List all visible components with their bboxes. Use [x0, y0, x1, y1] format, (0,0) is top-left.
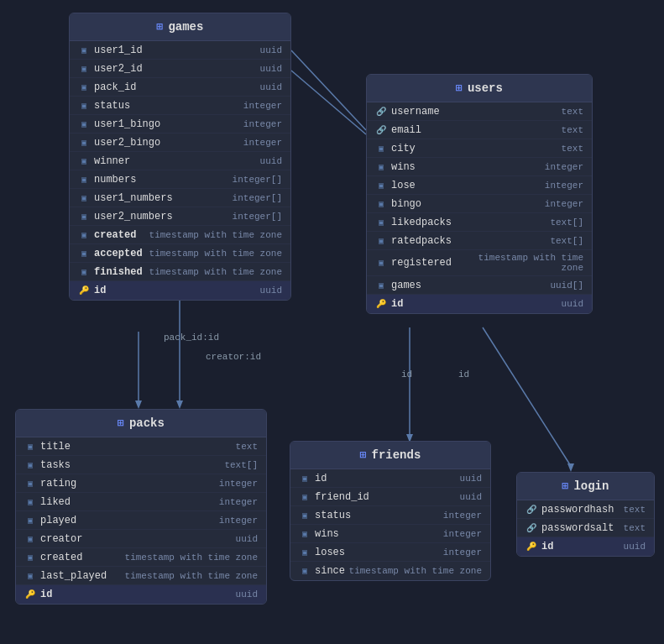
field-name: status	[315, 510, 351, 521]
field-icon: ▣	[299, 491, 311, 503]
svg-line-8	[483, 327, 571, 466]
svg-line-5	[291, 71, 366, 134]
pk-icon: 🔑	[78, 285, 90, 296]
table-icon: ⊞	[456, 81, 463, 95]
field-name: user2_id	[94, 63, 143, 75]
field-type: integer[]	[233, 175, 282, 185]
pk-icon: 🔑	[375, 298, 387, 310]
table-row: 🔗passwordsalt text	[517, 519, 654, 537]
table-row: ▣pack_id uuid	[70, 78, 290, 97]
field-name: created	[94, 229, 136, 241]
table-row: 🔗passwordhash text	[517, 500, 654, 519]
field-name: games	[391, 280, 421, 291]
table-row: ▣created timestamp with time zone	[16, 548, 266, 567]
table-row: ▣city text	[367, 139, 592, 158]
field-type: text	[562, 144, 583, 154]
field-icon: ▣	[375, 235, 387, 247]
field-name: creator	[40, 533, 82, 545]
table-icon: ⊞	[562, 479, 569, 493]
field-icon: ▣	[299, 510, 311, 521]
field-name: tasks	[40, 459, 71, 471]
table-row-pk: 🔑 id uuid	[16, 585, 266, 604]
field-icon: 🔗	[525, 504, 537, 516]
field-type: uuid	[236, 589, 258, 599]
table-row: ▣user1_numbers integer[]	[70, 189, 290, 207]
field-name: finished	[94, 266, 143, 278]
field-icon: ▣	[78, 211, 90, 223]
field-name: friend_id	[315, 491, 369, 503]
table-row: ▣status integer	[70, 97, 290, 115]
table-row: ▣played integer	[16, 511, 266, 530]
table-friends-title: friends	[372, 448, 421, 462]
field-icon: ▣	[375, 257, 387, 269]
field-icon: ▣	[299, 473, 311, 484]
field-type: text[]	[550, 217, 583, 228]
table-row: ▣last_played timestamp with time zone	[16, 567, 266, 585]
field-type: text	[562, 125, 583, 135]
field-icon: ▣	[299, 547, 311, 558]
field-icon: ▣	[78, 155, 90, 167]
field-icon: ▣	[24, 496, 36, 508]
field-icon: ▣	[24, 570, 36, 582]
svg-text:pack_id:id: pack_id:id	[164, 332, 219, 343]
field-icon: ▣	[78, 174, 90, 186]
table-games-title: games	[168, 20, 203, 34]
field-name: last_played	[40, 570, 107, 582]
table-row: ▣liked integer	[16, 493, 266, 511]
table-row: ▣wins integer	[290, 525, 490, 543]
field-name: numbers	[94, 174, 136, 186]
table-row: ▣friend_id uuid	[290, 488, 490, 506]
field-type: integer	[443, 547, 482, 558]
svg-text:id: id	[458, 369, 469, 380]
table-games: ⊞ games ▣user1_id uuid ▣user2_id uuid ▣p…	[69, 13, 291, 301]
table-row: ▣wins integer	[367, 158, 592, 176]
field-name: accepted	[94, 248, 143, 259]
table-friends: ⊞ friends ▣id uuid ▣friend_id uuid ▣stat…	[290, 441, 491, 581]
field-icon: ▣	[78, 137, 90, 149]
field-name: wins	[315, 528, 339, 540]
field-name: winner	[94, 155, 130, 167]
field-name: wins	[391, 161, 416, 173]
field-name: title	[40, 441, 71, 453]
svg-text:creator:id: creator:id	[206, 352, 261, 362]
table-row: ▣winner uuid	[70, 152, 290, 170]
field-name: id	[391, 298, 403, 310]
field-name: likedpacks	[391, 217, 452, 228]
field-type: timestamp with time zone	[149, 267, 282, 277]
field-name: user1_bingo	[94, 118, 160, 130]
field-type: timestamp with time zone	[149, 249, 282, 259]
table-row: ▣user2_bingo integer	[70, 134, 290, 152]
table-packs-header: ⊞ packs	[16, 410, 266, 437]
table-row: ▣registered timestamp with time zone	[367, 250, 592, 276]
svg-text:id: id	[401, 369, 412, 380]
field-type: timestamp with time zone	[452, 253, 583, 273]
field-type: integer	[545, 181, 583, 191]
table-row: ▣accepted timestamp with time zone	[70, 244, 290, 263]
field-name: pack_id	[94, 81, 136, 93]
field-name: username	[391, 106, 440, 118]
field-icon: ▣	[78, 81, 90, 93]
field-icon: 🔗	[375, 106, 387, 118]
pk-icon: 🔑	[525, 541, 537, 552]
table-row: ▣ratedpacks text[]	[367, 232, 592, 250]
field-name: id	[94, 285, 106, 296]
field-name: email	[391, 124, 421, 136]
field-icon: ▣	[375, 161, 387, 173]
field-type: integer[]	[233, 193, 282, 203]
svg-marker-9	[567, 463, 574, 472]
field-icon: ▣	[375, 143, 387, 154]
pk-icon: 🔑	[24, 589, 36, 600]
field-icon: ▣	[375, 180, 387, 191]
table-row: ▣tasks text[]	[16, 456, 266, 474]
field-name: status	[94, 100, 130, 112]
table-row: 🔗username text	[367, 102, 592, 121]
field-icon: 🔗	[375, 124, 387, 136]
field-icon: ▣	[24, 459, 36, 471]
field-icon: ▣	[78, 118, 90, 130]
field-type: text	[562, 107, 583, 117]
table-row: ▣finished timestamp with time zone	[70, 263, 290, 281]
table-row: ▣user2_numbers integer[]	[70, 207, 290, 226]
field-name: passwordsalt	[541, 522, 614, 534]
table-row: ▣user1_id uuid	[70, 41, 290, 60]
field-type: integer	[243, 119, 282, 129]
